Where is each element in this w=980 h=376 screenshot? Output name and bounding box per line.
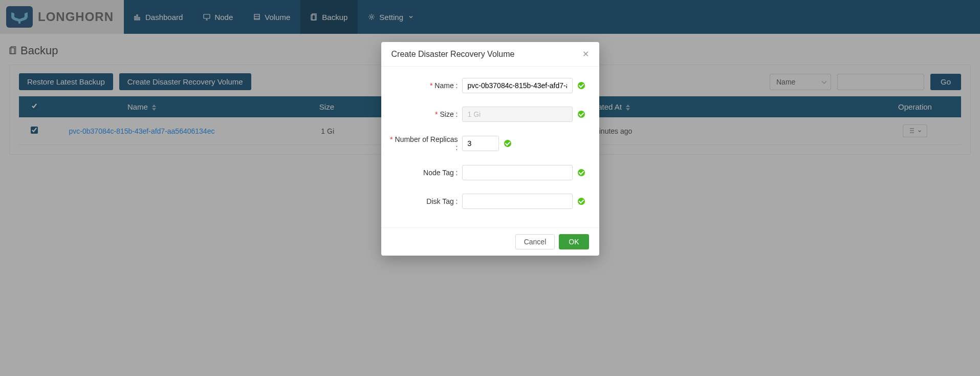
modal-footer: Cancel OK bbox=[381, 227, 599, 256]
input-node-tag[interactable] bbox=[462, 165, 573, 180]
form-row-disk-tag: Disk Tag : bbox=[386, 194, 585, 209]
label-size: *Size : bbox=[386, 110, 462, 118]
create-dr-volume-modal: Create Disaster Recovery Volume ✕ *Name … bbox=[381, 42, 599, 256]
label-disk-tag: Disk Tag : bbox=[386, 197, 462, 205]
label-replicas: *Number of Replicas : bbox=[386, 135, 462, 152]
form-row-name: *Name : bbox=[386, 78, 585, 93]
form-row-replicas: *Number of Replicas : bbox=[386, 135, 585, 152]
form-row-node-tag: Node Tag : bbox=[386, 165, 585, 180]
valid-check-icon bbox=[504, 140, 511, 147]
input-size bbox=[462, 107, 573, 122]
modal-close-button[interactable]: ✕ bbox=[582, 49, 589, 59]
valid-check-icon bbox=[578, 82, 585, 89]
cancel-button[interactable]: Cancel bbox=[515, 234, 555, 249]
valid-check-icon bbox=[578, 198, 585, 205]
valid-check-icon bbox=[578, 111, 585, 118]
label-node-tag: Node Tag : bbox=[386, 169, 462, 177]
close-icon: ✕ bbox=[582, 50, 589, 58]
input-replicas[interactable] bbox=[462, 136, 499, 151]
ok-button[interactable]: OK bbox=[559, 234, 589, 249]
label-name: *Name : bbox=[386, 81, 462, 90]
modal-body: *Name : *Size : *Number of Replicas : No… bbox=[381, 67, 599, 227]
valid-check-icon bbox=[578, 169, 585, 176]
input-name[interactable] bbox=[462, 78, 573, 93]
form-row-size: *Size : bbox=[386, 107, 585, 122]
input-disk-tag[interactable] bbox=[462, 194, 573, 209]
modal-overlay[interactable]: Create Disaster Recovery Volume ✕ *Name … bbox=[0, 0, 980, 376]
modal-title: Create Disaster Recovery Volume bbox=[391, 50, 515, 59]
modal-header: Create Disaster Recovery Volume ✕ bbox=[381, 42, 599, 67]
